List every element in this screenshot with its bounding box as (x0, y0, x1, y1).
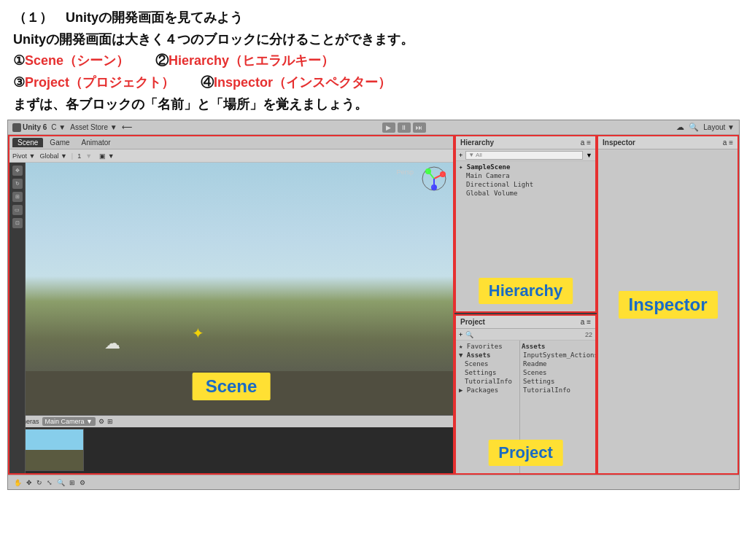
p-favorites[interactable]: ★ Favorites (457, 342, 518, 351)
hierarchy-options[interactable]: a ≡ (581, 139, 591, 147)
step-button[interactable]: ⏭ (413, 122, 426, 133)
line-2: Unityの開発画面は大きく４つのブロックに分けることができます。 (13, 29, 734, 51)
scene-panel: Scene Game Animator Pivot ▼ Global ▼ | 1… (8, 135, 454, 475)
right-column: Hierarchy a ≡ + ▼ All ▼ ✦ SampleScene (454, 135, 739, 475)
sun-scene: ✦ (192, 324, 204, 342)
p-assets-root[interactable]: ▼ Assets (457, 351, 518, 359)
h-item-samplescene[interactable]: ✦ SampleScene (457, 163, 594, 171)
p-assets-header: Assets (522, 342, 594, 351)
hierarchy-tab: Hierarchy a ≡ (456, 136, 595, 149)
line5-text: まずは、各ブロックの「名前」と「場所」を覚えましょう。 (13, 97, 368, 112)
toolbar-center: ▶ ⏸ ⏭ (136, 122, 673, 133)
h-add-btn[interactable]: + (459, 152, 462, 159)
camera-expand[interactable]: ⊞ (107, 418, 113, 425)
global-toggle[interactable]: Global ▼ (39, 152, 66, 160)
status-layers[interactable]: ⊞ (69, 479, 75, 486)
h-filter[interactable]: ▼ (586, 152, 592, 159)
inspector-label-text: Inspector（インスペクター） (214, 75, 391, 90)
tool-rotate[interactable]: ↻ (12, 179, 23, 189)
scene-tabs: Scene Game Animator (9, 136, 453, 149)
h-search-text: ▼ All (468, 152, 482, 158)
p-asset-tutorial[interactable]: TutorialInfo (522, 386, 594, 394)
status-scale[interactable]: ⤡ (47, 479, 53, 486)
p-search-btn[interactable]: 🔍 (465, 331, 473, 338)
inspector-title: Inspector (603, 139, 635, 147)
page-wrapper: （１） Unityの開発画面を見てみよう Unityの開発画面は大きく４つのブロ… (0, 0, 747, 560)
status-extra[interactable]: ⚙ (80, 479, 85, 486)
tab-scene[interactable]: Scene (12, 138, 43, 147)
snap-btn[interactable]: 1 (77, 152, 81, 160)
project-options[interactable]: a ≡ (581, 318, 591, 326)
camera-settings[interactable]: ⚙ (98, 418, 104, 425)
svg-text:Z: Z (432, 184, 434, 188)
line-4: ③Project（プロジェクト） ④Inspector（インスペクター） (13, 72, 734, 94)
p-asset-settings[interactable]: Settings (522, 377, 594, 386)
line-5: まずは、各ブロックの「名前」と「場所」を覚えましょう。 (13, 94, 734, 116)
p-tutorialinfo[interactable]: TutorialInfo (457, 377, 518, 386)
project-yellow-label: Project (488, 440, 563, 466)
inspector-options[interactable]: a ≡ (723, 139, 733, 147)
scene-tools[interactable]: ▣ ▼ (99, 152, 114, 160)
status-hand[interactable]: ✋ (14, 479, 22, 486)
project-toolbar: + 🔍 22 (456, 329, 595, 341)
tool-scale[interactable]: ⊞ (12, 192, 23, 202)
p-asset-scenes[interactable]: Scenes (522, 368, 594, 377)
scene-label-text: Scene（シーン） (25, 53, 129, 68)
line-1: （１） Unityの開発画面を見てみよう (13, 7, 734, 29)
line3-num1: ① (13, 53, 25, 68)
sep2: ▼ (85, 152, 92, 160)
scene-subtoolbar: Pivot ▼ Global ▼ | 1 ▼ ▣ ▼ (9, 149, 453, 163)
tool-transform[interactable]: ⊡ (12, 218, 23, 228)
p-add-btn[interactable]: + (459, 331, 462, 338)
search-icon[interactable]: 🔍 (689, 122, 699, 132)
status-search[interactable]: 🔍 (57, 479, 65, 486)
tab-animator[interactable]: Animator (77, 138, 116, 147)
project-title: Project (460, 318, 485, 326)
menu-back[interactable]: ⟵ (122, 123, 132, 131)
bottom-status-bar: ✋ ✥ ↻ ⤡ 🔍 ⊞ ⚙ (8, 475, 739, 489)
tool-rect[interactable]: ▭ (12, 205, 23, 215)
h-item-maincamera[interactable]: Main Camera (457, 171, 594, 180)
camera-tab-bar: Cameras Main Camera ▼ ⚙ ⊞ (9, 416, 453, 427)
inspector-panel: Inspector a ≡ Inspector (597, 135, 739, 475)
pause-button[interactable]: ⏸ (398, 122, 411, 133)
tool-move[interactable]: ✥ (12, 166, 23, 176)
middle-panels: Hierarchy a ≡ + ▼ All ▼ ✦ SampleScene (454, 135, 597, 475)
p-packages[interactable]: ▶ Packages (457, 386, 518, 394)
layout-menu[interactable]: Layout ▼ (703, 123, 735, 131)
status-move[interactable]: ✥ (26, 479, 32, 486)
status-rotate[interactable]: ↻ (36, 479, 42, 486)
line3-sep: ② (129, 53, 169, 68)
p-asset-readme[interactable]: Readme (522, 359, 594, 368)
tab-game[interactable]: Game (44, 138, 74, 147)
line2-text: Unityの開発画面は大きく４つのブロックに分けることができます。 (13, 32, 414, 47)
h-search-box[interactable]: ▼ All (465, 151, 583, 160)
persp-label: Persp (396, 168, 414, 176)
menu-c[interactable]: C ▼ (51, 123, 66, 131)
camera-dropdown[interactable]: Main Camera ▼ (42, 417, 96, 426)
unity-main: Scene Game Animator Pivot ▼ Global ▼ | 1… (8, 135, 739, 475)
hierarchy-toolbar: + ▼ All ▼ (456, 149, 595, 161)
sep1: | (71, 152, 73, 160)
h-item-globalvol[interactable]: Global Volume (457, 189, 594, 198)
pivot-toggle[interactable]: Pivot ▼ (12, 152, 35, 160)
menu-asset[interactable]: Asset Store ▼ (70, 123, 117, 131)
project-tab: Project a ≡ (456, 316, 595, 329)
line4-num1: ③ (13, 75, 25, 90)
h-item-dirlight[interactable]: Directional Light (457, 180, 594, 189)
p-count: 22 (585, 331, 592, 338)
project-panel: Project a ≡ + 🔍 22 ★ Favor (454, 314, 597, 475)
left-tools: ✥ ↻ ⊞ ▭ ⊡ (9, 163, 26, 473)
ground (9, 371, 453, 415)
play-button[interactable]: ▶ (382, 122, 395, 133)
hierarchy-title: Hierarchy (460, 139, 494, 147)
cloud-icon[interactable]: ☁ (676, 122, 684, 132)
toolbar-row1: Unity 6 C ▼ Asset Store ▼ ⟵ ▶ ⏸ ⏭ ☁ 🔍 La… (8, 120, 739, 135)
unity-area: Unity 6 C ▼ Asset Store ▼ ⟵ ▶ ⏸ ⏭ ☁ 🔍 La… (7, 120, 740, 490)
p-asset-inputsys[interactable]: InputSystem_Actions (522, 351, 594, 359)
hierarchy-yellow-label: Hierarchy (479, 278, 573, 304)
p-scenes[interactable]: Scenes (457, 359, 518, 368)
orientation-gizmo: X Y Z (421, 166, 447, 192)
p-settings[interactable]: Settings (457, 368, 518, 377)
hierarchy-label-text: Hierarchy（ヒエラルキー） (169, 53, 334, 68)
